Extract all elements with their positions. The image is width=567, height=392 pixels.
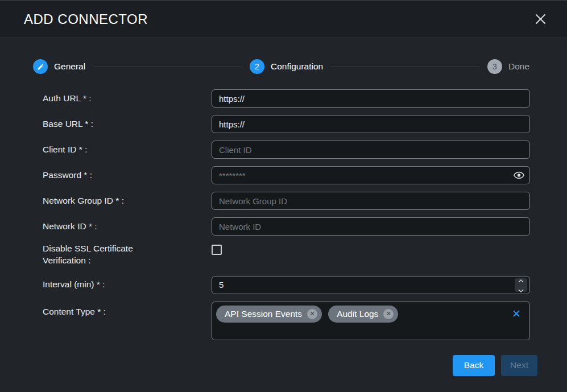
chevron-down-icon xyxy=(518,286,524,294)
base-url-row: Base URL * : xyxy=(43,115,530,133)
modal-title: ADD CONNECTOR xyxy=(24,11,148,27)
modal-footer: Back Next xyxy=(0,348,567,376)
chip-label: Audit Logs xyxy=(337,309,378,319)
interval-input[interactable] xyxy=(212,276,530,294)
remove-chip-icon[interactable]: ✕ xyxy=(307,309,317,319)
step-done-number: 3 xyxy=(487,59,502,74)
chevron-up-icon xyxy=(518,276,524,284)
disable-ssl-label: Disable SSL Certificate Verification : xyxy=(43,243,212,267)
chip-label: API Session Events xyxy=(225,309,302,319)
network-id-label: Network ID * : xyxy=(43,221,212,233)
remove-chip-icon[interactable]: ✕ xyxy=(383,309,394,319)
content-type-label: Content Type * : xyxy=(43,302,212,318)
disable-ssl-checkbox[interactable] xyxy=(212,245,222,255)
client-id-label: Client ID * : xyxy=(43,144,212,156)
password-label: Password * : xyxy=(43,170,212,181)
step-general[interactable]: General xyxy=(33,59,85,74)
auth-url-row: Auth URL * : xyxy=(43,89,530,108)
step-done[interactable]: 3 Done xyxy=(487,59,529,74)
step-connector-line xyxy=(93,67,242,67)
step-general-label: General xyxy=(54,61,85,72)
close-icon xyxy=(535,14,546,24)
network-id-input[interactable] xyxy=(212,217,530,236)
step-configuration-label: Configuration xyxy=(271,61,323,72)
base-url-input[interactable] xyxy=(212,115,530,133)
client-id-row: Client ID * : xyxy=(43,141,530,159)
network-group-id-label: Network Group ID * : xyxy=(43,195,212,207)
pencil-icon xyxy=(33,59,48,74)
configuration-form: Auth URL * : Base URL * : Client ID * : … xyxy=(0,74,567,348)
network-group-id-input[interactable] xyxy=(212,192,530,210)
back-button[interactable]: Back xyxy=(453,355,495,376)
interval-label: Interval (min) * : xyxy=(43,279,212,291)
next-button[interactable]: Next xyxy=(501,355,537,376)
step-done-label: Done xyxy=(508,61,529,72)
content-type-chip: Audit Logs ✕ xyxy=(328,306,398,323)
content-type-chip: API Session Events ✕ xyxy=(216,306,322,323)
password-input[interactable] xyxy=(212,166,530,184)
auth-url-input[interactable] xyxy=(212,89,530,108)
step-connector-line xyxy=(331,67,479,67)
eye-icon xyxy=(514,172,524,181)
toggle-password-visibility-button[interactable] xyxy=(514,171,524,179)
base-url-label: Base URL * : xyxy=(43,118,212,130)
step-configuration-number: 2 xyxy=(250,59,264,74)
step-configuration[interactable]: 2 Configuration xyxy=(250,59,323,74)
interval-stepper[interactable] xyxy=(515,278,527,292)
network-group-id-row: Network Group ID * : xyxy=(43,192,530,210)
auth-url-label: Auth URL * : xyxy=(43,93,212,105)
interval-row: Interval (min) * : xyxy=(43,276,530,294)
content-type-multiselect[interactable]: API Session Events ✕ Audit Logs ✕ ✕ xyxy=(212,302,530,340)
client-id-input[interactable] xyxy=(212,141,530,159)
modal-header: ADD CONNECTOR xyxy=(0,1,567,38)
close-button[interactable] xyxy=(534,13,547,26)
step-wizard: General 2 Configuration 3 Done xyxy=(0,38,567,74)
password-row: Password * : xyxy=(43,166,530,184)
network-id-row: Network ID * : xyxy=(43,217,530,236)
add-connector-modal: ADD CONNECTOR General 2 Configuration 3 … xyxy=(0,0,567,392)
content-type-row: Content Type * : API Session Events ✕ Au… xyxy=(43,302,530,340)
clear-icon: ✕ xyxy=(512,308,521,320)
disable-ssl-row: Disable SSL Certificate Verification : xyxy=(43,243,530,267)
clear-all-chips-button[interactable]: ✕ xyxy=(512,308,521,319)
